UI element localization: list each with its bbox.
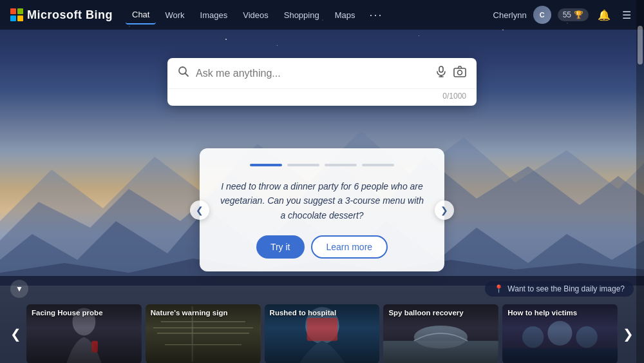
search-box: 0/1000 xyxy=(167,58,477,106)
progress-dot-1 xyxy=(250,164,282,166)
carousel-prev-button[interactable]: ❮ xyxy=(5,326,26,342)
news-carousel: ❮ Facing House probe xyxy=(0,302,644,363)
news-card-title-3: Rushed to hospital xyxy=(270,308,375,318)
reward-badge[interactable]: 55 🏆 xyxy=(558,8,589,21)
card-next-button[interactable]: ❯ xyxy=(435,201,454,220)
camera-icon[interactable] xyxy=(453,66,466,81)
search-input-row xyxy=(167,58,477,88)
suggestion-text: I need to throw a dinner party for 6 peo… xyxy=(220,179,424,222)
svg-rect-6 xyxy=(439,66,443,72)
news-card-2[interactable]: Nature's warning sign xyxy=(146,304,261,363)
logo-sq1 xyxy=(10,8,16,14)
search-container: 0/1000 xyxy=(167,58,477,106)
nav-shopping[interactable]: Shopping xyxy=(278,6,326,24)
location-pin-icon: 📍 xyxy=(494,284,504,293)
microsoft-logo xyxy=(10,8,23,21)
card-prev-button[interactable]: ❮ xyxy=(190,201,209,220)
nav-chat[interactable]: Chat xyxy=(126,6,156,25)
search-char-count: 0/1000 xyxy=(167,88,477,106)
points-label: 55 xyxy=(563,10,571,19)
news-card-title-4: Spy balloon recovery xyxy=(388,308,493,318)
chevron-down-icon: ▼ xyxy=(15,284,23,293)
bottom-section: ▼ 📍 Want to see the Bing daily image? ❮ xyxy=(0,276,644,363)
nav-images[interactable]: Images xyxy=(194,6,234,24)
news-card-1[interactable]: Facing House probe xyxy=(26,304,142,363)
svg-rect-9 xyxy=(454,68,466,77)
trophy-icon: 🏆 xyxy=(574,10,583,19)
progress-dots xyxy=(220,164,424,166)
news-card-title-1: Facing House probe xyxy=(32,308,137,318)
nav-videos[interactable]: Videos xyxy=(236,6,275,24)
progress-dot-4 xyxy=(362,164,394,166)
news-card-title-2: Nature's warning sign xyxy=(151,308,256,318)
try-it-button[interactable]: Try it xyxy=(256,235,305,259)
navbar: Microsoft Bing Chat Work Images Videos S… xyxy=(0,0,644,30)
bing-image-notice-text: Want to see the Bing daily image? xyxy=(507,284,625,293)
logo-sq2 xyxy=(17,8,23,14)
scrollbar-thumb[interactable] xyxy=(638,26,643,64)
microphone-icon[interactable] xyxy=(435,66,447,81)
news-card-4[interactable]: Spy balloon recovery xyxy=(383,304,498,363)
search-icon xyxy=(178,66,189,81)
news-card-3[interactable]: Rushed to hospital xyxy=(265,304,380,363)
user-avatar[interactable]: C xyxy=(533,6,551,24)
bing-daily-image-notice[interactable]: 📍 Want to see the Bing daily image? xyxy=(485,281,634,297)
svg-point-10 xyxy=(458,70,462,75)
card-actions: Try it Learn more xyxy=(220,235,424,259)
collapse-button[interactable]: ▼ xyxy=(10,280,28,298)
news-cards-container: Facing House probe Nature's warning sign xyxy=(26,304,618,363)
logo-sq3 xyxy=(10,15,16,21)
news-card-title-5: How to help victims xyxy=(507,308,612,318)
hamburger-menu-icon[interactable]: ☰ xyxy=(620,6,634,24)
news-header: ▼ 📍 Want to see the Bing daily image? xyxy=(0,276,644,302)
svg-line-5 xyxy=(185,74,189,77)
search-input[interactable] xyxy=(196,68,429,79)
scrollbar[interactable] xyxy=(636,0,644,363)
suggestion-card: ❮ I need to throw a dinner party for 6 p… xyxy=(200,148,444,271)
learn-more-button[interactable]: Learn more xyxy=(311,235,388,259)
notification-bell-icon[interactable]: 🔔 xyxy=(595,6,613,24)
logo-sq4 xyxy=(17,15,23,21)
user-area: Cherlynn C 55 🏆 🔔 ☰ xyxy=(493,6,634,24)
news-card-5[interactable]: How to help victims xyxy=(502,304,618,363)
progress-dot-3 xyxy=(325,164,357,166)
nav-work[interactable]: Work xyxy=(158,6,191,24)
nav-maps[interactable]: Maps xyxy=(328,6,362,24)
brand-name: Microsoft Bing xyxy=(27,8,113,22)
username-label: Cherlynn xyxy=(493,10,527,20)
logo-area[interactable]: Microsoft Bing xyxy=(10,8,113,22)
progress-dot-2 xyxy=(287,164,319,166)
more-nav-button[interactable]: ··· xyxy=(364,6,388,25)
